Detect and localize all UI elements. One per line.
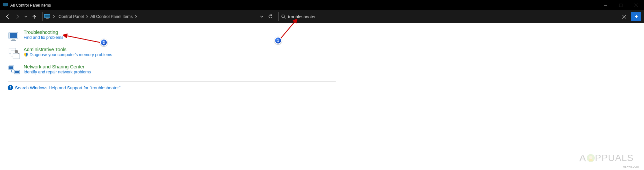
svg-point-32	[589, 156, 592, 159]
clear-search-button[interactable]	[619, 15, 629, 19]
help-icon: ?	[8, 85, 13, 90]
window-controls	[598, 0, 644, 10]
address-history-dropdown[interactable]	[257, 12, 266, 21]
annotation-badge-2: 2	[100, 39, 107, 46]
result-item-admin-tools: Administrative Tools Diagnose your compu…	[8, 47, 336, 60]
network-icon	[8, 64, 21, 77]
result-title[interactable]: Administrative Tools	[24, 47, 112, 52]
svg-line-29	[66, 36, 102, 43]
svg-line-11	[284, 17, 285, 19]
svg-rect-15	[10, 33, 17, 38]
watermark: wsxyn.com	[623, 165, 639, 168]
divider	[8, 81, 336, 82]
navbar: Control Panel All Control Panel Items	[0, 10, 644, 23]
admin-tools-icon	[8, 47, 21, 60]
svg-rect-1	[3, 3, 8, 6]
window-title: All Control Panel Items	[10, 3, 598, 8]
breadcrumb: Control Panel All Control Panel Items	[57, 12, 137, 21]
titlebar: All Control Panel Items	[0, 0, 644, 10]
svg-rect-2	[4, 7, 7, 7]
forward-button[interactable]	[13, 12, 22, 21]
up-button[interactable]	[30, 12, 39, 21]
result-subtitle[interactable]: Identify and repair network problems	[24, 70, 91, 74]
svg-rect-33	[589, 159, 593, 161]
breadcrumb-root[interactable]: Control Panel	[57, 12, 86, 21]
result-title[interactable]: Network and Sharing Center	[24, 64, 91, 69]
breadcrumb-current[interactable]: All Control Panel Items	[88, 12, 135, 21]
shield-icon	[24, 52, 28, 57]
help-link-row: ? Search Windows Help and Support for "t…	[8, 85, 336, 90]
search-icon	[279, 14, 288, 19]
minimize-button[interactable]	[598, 0, 613, 10]
help-link[interactable]: Search Windows Help and Support for "tro…	[15, 85, 120, 90]
svg-rect-26	[15, 71, 19, 73]
svg-rect-4	[619, 4, 622, 7]
back-button[interactable]	[3, 12, 12, 21]
appuals-logo: A PPUALS	[579, 152, 634, 164]
chevron-right-icon[interactable]	[86, 15, 88, 18]
result-subtitle[interactable]: Find and fix problems	[24, 35, 64, 40]
svg-rect-16	[12, 39, 15, 40]
result-item-network: Network and Sharing Center Identify and …	[8, 64, 336, 77]
chevron-right-icon[interactable]	[51, 15, 57, 18]
result-title[interactable]: Troubleshooting	[24, 30, 64, 35]
svg-rect-8	[45, 15, 50, 17]
address-bar[interactable]: Control Panel All Control Panel Items	[42, 12, 275, 21]
svg-rect-24	[9, 66, 13, 69]
chevron-right-icon[interactable]	[135, 15, 137, 18]
annotation-arrow-2	[63, 33, 106, 46]
result-subtitle[interactable]: Diagnose your computer's memory problems	[24, 52, 112, 57]
svg-point-10	[282, 15, 284, 18]
close-button[interactable]	[628, 0, 644, 10]
troubleshooting-icon	[8, 30, 21, 43]
svg-rect-9	[46, 18, 49, 19]
search-input[interactable]	[288, 14, 619, 19]
maximize-button[interactable]	[613, 0, 628, 10]
svg-rect-17	[11, 40, 16, 41]
recent-dropdown[interactable]	[23, 12, 29, 21]
svg-rect-20	[13, 53, 20, 59]
result-subtitle-text: Diagnose your computer's memory problems	[30, 52, 112, 57]
annotation-badge-1: 1	[274, 37, 282, 44]
search-go-button[interactable]	[631, 12, 641, 21]
app-icon	[0, 3, 10, 8]
svg-line-30	[280, 21, 295, 40]
address-icon	[43, 13, 51, 20]
search-box[interactable]	[278, 12, 629, 21]
refresh-button[interactable]	[266, 12, 275, 21]
